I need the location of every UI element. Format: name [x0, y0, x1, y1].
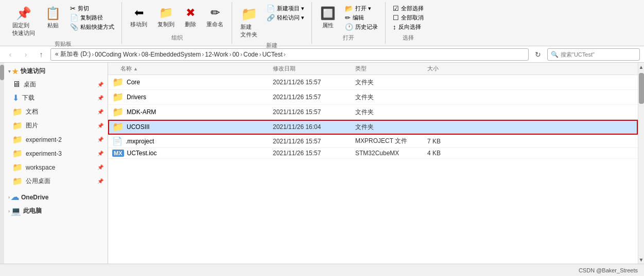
file-row-mdk-arm[interactable]: 📁 MDK-ARM 2021/11/26 15:57 文件夹	[108, 105, 638, 120]
file-name-ucosiii: 📁 UCOSIII	[108, 121, 273, 133]
search-box[interactable]: 🔍	[547, 48, 640, 61]
properties-button[interactable]: 🔲 属性	[316, 4, 340, 31]
select-all-icon: ☑	[393, 5, 399, 12]
new-folder-button[interactable]: 📁 新建文件夹	[236, 4, 262, 41]
folder-icon-mdk-arm: 📁	[112, 106, 124, 118]
sidebar-item-experiment3-label: experiment-3	[26, 150, 62, 157]
rename-button[interactable]: ✏ 重命名	[202, 4, 228, 30]
path-drive[interactable]: « 新加卷 (D:)	[55, 50, 91, 59]
file-scrollbar[interactable]: ▲ ▼	[638, 63, 644, 264]
mdk-arm-type: 文件夹	[355, 108, 427, 117]
sidebar-item-public-desktop[interactable]: 📁 公用桌面 📌	[4, 174, 108, 188]
path-00[interactable]: 00	[232, 51, 239, 58]
open-icon: 📂	[345, 5, 353, 12]
sidebar-item-workspace-label: workspace	[26, 164, 55, 171]
toolbar-select-group: ☑ 全部选择 ☐ 全部取消 ↕ 反向选择 选择	[386, 2, 431, 44]
properties-icon: 🔲	[320, 6, 336, 21]
status-bar: CSDN @Baker_Streets	[0, 264, 644, 276]
path-uctest[interactable]: UCTest	[262, 51, 282, 58]
onedrive-label: OneDrive	[21, 194, 48, 201]
copy-path-icon: 📄	[70, 14, 78, 22]
select-all-button[interactable]: ☑ 全部选择	[390, 4, 427, 13]
col-header-name[interactable]: 名称 ▲	[108, 65, 273, 72]
forward-button[interactable]: ›	[20, 48, 32, 61]
pin-button[interactable]: 📌 固定到快速访问	[8, 4, 39, 39]
edit-button[interactable]: ✏ 编辑	[342, 13, 381, 22]
uctest-ioc-size: 4 KB	[427, 150, 468, 157]
delete-button[interactable]: ✖ 删除	[181, 4, 200, 30]
mdk-arm-label: MDK-ARM	[127, 108, 156, 116]
path-embedded[interactable]: 08-EmbeddedSystem	[142, 51, 201, 58]
cut-icon: ✂	[70, 5, 76, 12]
thispc-label: 此电脑	[23, 207, 42, 215]
ucosiii-date: 2021/11/26 16:04	[273, 123, 355, 131]
up-button[interactable]: ↑	[35, 48, 47, 61]
experiment2-pin-icon: 📌	[97, 137, 103, 142]
copy-to-button[interactable]: 📁 复制到	[153, 4, 179, 30]
col-header-date[interactable]: 修改日期	[273, 65, 355, 72]
toolbar-open-group: 🔲 属性 📂 打开 ▾ ✏ 编辑 🕐 历史记录 打开	[312, 2, 386, 44]
copy-to-icon: 📁	[159, 6, 173, 20]
sidebar-quick-access-header[interactable]: ▾ ★ 快速访问	[4, 65, 108, 78]
new-item-button[interactable]: 📄 新建项目 ▾	[264, 4, 307, 13]
history-button[interactable]: 🕐 历史记录	[342, 23, 381, 31]
file-list-header: 名称 ▲ 修改日期 类型 大小	[108, 63, 638, 75]
path-work[interactable]: 12-Work	[205, 51, 228, 58]
documents-icon: 📁	[12, 107, 23, 117]
sidebar-item-downloads[interactable]: ⬇ 下载 📌	[4, 91, 108, 105]
scroll-thumb[interactable]	[639, 73, 644, 104]
cut-button[interactable]: ✂ 剪切	[67, 4, 117, 13]
file-row-uctest-ioc[interactable]: MX UCTest.ioc 2021/11/26 15:57 STM32Cube…	[108, 148, 638, 159]
back-button[interactable]: ‹	[4, 48, 16, 61]
drivers-date: 2021/11/26 15:57	[273, 94, 355, 101]
col-header-size[interactable]: 大小	[427, 65, 468, 72]
file-row-core[interactable]: 📁 Core 2021/11/26 15:57 文件夹	[108, 75, 638, 90]
deselect-all-button[interactable]: ☐ 全部取消	[390, 13, 427, 22]
easy-access-button[interactable]: 🔗 轻松访问 ▾	[264, 13, 307, 22]
address-path[interactable]: « 新加卷 (D:) › 00Coding Work › 08-Embedded…	[50, 48, 529, 61]
onedrive-icon: ☁	[11, 192, 19, 202]
scroll-down-button[interactable]: ▼	[638, 255, 644, 264]
drivers-label: Drivers	[127, 94, 146, 101]
paste-button[interactable]: 📋 粘贴	[41, 4, 65, 31]
paste-shortcut-icon: 📎	[70, 23, 78, 31]
invert-selection-button[interactable]: ↕ 反向选择	[390, 23, 427, 31]
open-button[interactable]: 📂 打开 ▾	[342, 4, 381, 13]
rename-icon: ✏	[211, 6, 220, 20]
move-to-button[interactable]: ⬅ 移动到	[126, 4, 151, 30]
sidebar-item-experiment2[interactable]: 📁 experiment-2 📌	[4, 133, 108, 146]
sidebar-item-workspace[interactable]: 📁 workspace 📌	[4, 160, 108, 174]
copy-path-button[interactable]: 📄 复制路径	[67, 13, 117, 22]
mxproject-type: MXPROJECT 文件	[355, 137, 427, 145]
folder-icon-core: 📁	[112, 77, 124, 88]
path-coding[interactable]: 00Coding Work	[95, 51, 137, 58]
drivers-type: 文件夹	[355, 93, 427, 102]
sidebar-item-desktop[interactable]: 🖥 桌面 📌	[4, 78, 108, 91]
paste-shortcut-button[interactable]: 📎 粘贴快捷方式	[67, 23, 117, 31]
path-code[interactable]: Code	[243, 51, 258, 58]
sidebar-onedrive-header[interactable]: › ☁ OneDrive	[4, 190, 108, 204]
scroll-up-button[interactable]: ▲	[638, 63, 644, 71]
sidebar-item-documents[interactable]: 📁 文档 📌	[4, 105, 108, 119]
sidebar-item-experiment3[interactable]: 📁 experiment-3 📌	[4, 146, 108, 160]
workspace-icon: 📁	[12, 162, 23, 172]
file-name-core: 📁 Core	[108, 77, 273, 88]
sidebar-item-downloads-label: 下载	[22, 94, 34, 102]
quick-access-label: 快速访问	[21, 67, 45, 76]
refresh-button[interactable]: ↻	[532, 48, 544, 61]
sidebar-scrollbar-thumb[interactable]	[0, 65, 4, 80]
sidebar-item-pictures[interactable]: 📁 图片 📌	[4, 119, 108, 133]
pictures-icon: 📁	[12, 121, 23, 131]
file-row-drivers[interactable]: 📁 Drivers 2021/11/26 15:57 文件夹	[108, 90, 638, 105]
scroll-track[interactable]	[638, 71, 644, 255]
deselect-all-icon: ☐	[393, 14, 399, 22]
file-row-mxproject[interactable]: 📄 .mxproject 2021/11/26 15:57 MXPROJECT …	[108, 135, 638, 148]
open-label: 打开	[316, 33, 381, 44]
search-input[interactable]	[561, 51, 636, 58]
address-bar: ‹ › ↑ « 新加卷 (D:) › 00Coding Work › 08-Em…	[0, 46, 644, 63]
experiment3-icon: 📁	[12, 149, 23, 158]
col-header-type[interactable]: 类型	[355, 65, 427, 72]
sidebar-thispc-header[interactable]: › 💻 此电脑	[4, 204, 108, 218]
file-row-ucosiii[interactable]: 📁 UCOSIII 2021/11/26 16:04 文件夹	[108, 120, 638, 135]
experiment2-icon: 📁	[12, 135, 23, 144]
